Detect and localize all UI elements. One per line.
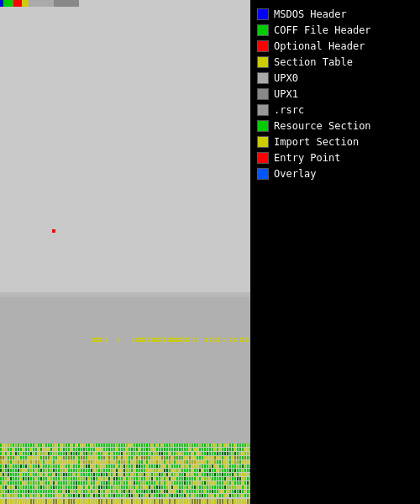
viz-canvas xyxy=(0,0,250,504)
legend-label-section-table: Section Table xyxy=(274,56,353,68)
legend-label-rsrc: .rsrc xyxy=(274,104,304,116)
legend-label-optional-header: Optional Header xyxy=(274,40,365,52)
legend-label-msdos-header: MSDOS Header xyxy=(274,8,347,20)
legend-color-entry-point xyxy=(257,152,269,164)
legend-item-coff-file-header: COFF File Header xyxy=(257,24,413,36)
legend-item-upx1: UPX1 xyxy=(257,88,413,100)
legend-label-import-section: Import Section xyxy=(274,136,359,148)
legend-item-msdos-header: MSDOS Header xyxy=(257,8,413,20)
legend-label-overlay: Overlay xyxy=(274,168,317,180)
legend-label-entry-point: Entry Point xyxy=(274,152,340,164)
legend-panel: MSDOS HeaderCOFF File HeaderOptional Hea… xyxy=(250,0,420,504)
legend-color-upx1 xyxy=(257,88,269,100)
legend-item-rsrc: .rsrc xyxy=(257,104,413,116)
legend-item-import-section: Import Section xyxy=(257,136,413,148)
legend-item-section-table: Section Table xyxy=(257,56,413,68)
legend-color-coff-file-header xyxy=(257,24,269,36)
legend-item-entry-point: Entry Point xyxy=(257,152,413,164)
legend-label-upx1: UPX1 xyxy=(274,88,298,100)
legend-color-msdos-header xyxy=(257,8,269,20)
legend-label-coff-file-header: COFF File Header xyxy=(274,24,371,36)
legend-color-import-section xyxy=(257,136,269,148)
legend-color-rsrc xyxy=(257,104,269,116)
visualization-area xyxy=(0,0,250,504)
legend-color-optional-header xyxy=(257,40,269,52)
legend-label-resource-section: Resource Section xyxy=(274,120,371,132)
legend-item-resource-section: Resource Section xyxy=(257,120,413,132)
legend-color-section-table xyxy=(257,56,269,68)
legend-label-upx0: UPX0 xyxy=(274,72,298,84)
legend-item-overlay: Overlay xyxy=(257,168,413,180)
legend-color-upx0 xyxy=(257,72,269,84)
legend-item-upx0: UPX0 xyxy=(257,72,413,84)
legend-item-optional-header: Optional Header xyxy=(257,40,413,52)
legend-color-resource-section xyxy=(257,120,269,132)
legend-color-overlay xyxy=(257,168,269,180)
